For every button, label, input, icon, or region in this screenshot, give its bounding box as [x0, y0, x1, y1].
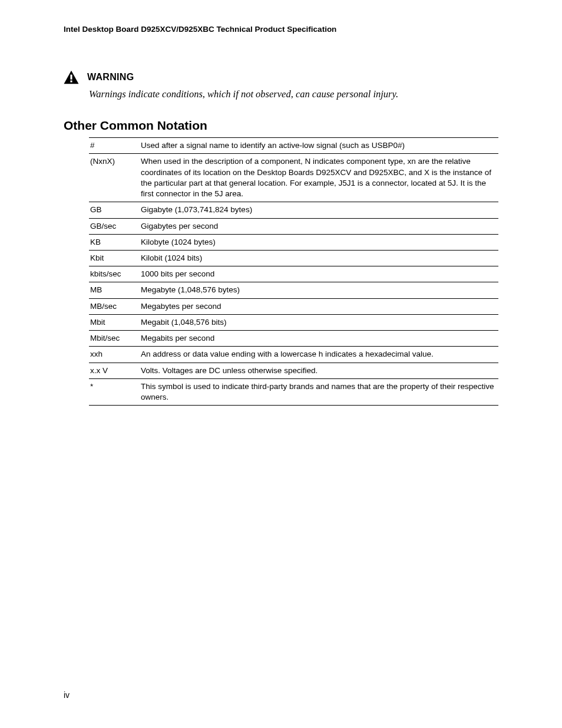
table-row: x.x VVolts. Voltages are DC unless other… [89, 363, 498, 378]
warning-label: WARNING [87, 72, 134, 83]
table-row: Mbit/secMegabits per second [89, 331, 498, 347]
table-row: MB/secMegabytes per second [89, 298, 498, 314]
notation-definition: This symbol is used to indicate third-pa… [141, 378, 498, 405]
table-row: GBGigabyte (1,073,741,824 bytes) [89, 202, 498, 218]
notation-table: #Used after a signal name to identify an… [89, 137, 498, 406]
table-row: KBKilobyte (1024 bytes) [89, 234, 498, 250]
warning-block: WARNING Warnings indicate conditions, wh… [64, 70, 498, 101]
notation-term: x.x V [89, 363, 141, 378]
notation-definition: Gigabyte (1,073,741,824 bytes) [141, 202, 498, 218]
notation-definition: When used in the description of a compon… [141, 154, 498, 202]
warning-triangle-icon [64, 70, 79, 84]
notation-term: kbits/sec [89, 266, 141, 282]
notation-definition: Gigabytes per second [141, 218, 498, 234]
notation-definition: Volts. Voltages are DC unless otherwise … [141, 363, 498, 378]
notation-term: MB [89, 282, 141, 298]
notation-term: Mbit/sec [89, 331, 141, 347]
notation-term: (NxnX) [89, 154, 141, 202]
notation-definition: Used after a signal name to identify an … [141, 138, 498, 154]
notation-definition: Megabytes per second [141, 298, 498, 314]
notation-definition: Megabyte (1,048,576 bytes) [141, 282, 498, 298]
notation-definition: Megabits per second [141, 331, 498, 347]
notation-term: KB [89, 234, 141, 250]
notation-definition: An address or data value ending with a l… [141, 347, 498, 363]
table-row: kbits/sec1000 bits per second [89, 266, 498, 282]
table-row: #Used after a signal name to identify an… [89, 138, 498, 154]
warning-heading-row: WARNING [64, 70, 498, 84]
page-content: Intel Desktop Board D925XCV/D925XBC Tech… [0, 0, 562, 406]
table-row: *This symbol is used to indicate third-p… [89, 378, 498, 405]
table-row: MBMegabyte (1,048,576 bytes) [89, 282, 498, 298]
notation-term: MB/sec [89, 298, 141, 314]
warning-description: Warnings indicate conditions, which if n… [89, 88, 498, 101]
table-row: MbitMegabit (1,048,576 bits) [89, 314, 498, 330]
notation-term: * [89, 378, 141, 405]
notation-definition: 1000 bits per second [141, 266, 498, 282]
notation-definition: Kilobyte (1024 bytes) [141, 234, 498, 250]
notation-term: GB/sec [89, 218, 141, 234]
section-heading: Other Common Notation [64, 118, 498, 133]
svg-rect-1 [70, 75, 72, 80]
notation-definition: Kilobit (1024 bits) [141, 251, 498, 266]
notation-term: Kbit [89, 251, 141, 266]
notation-term: Mbit [89, 314, 141, 330]
table-row: (NxnX)When used in the description of a … [89, 154, 498, 202]
table-row: KbitKilobit (1024 bits) [89, 251, 498, 266]
table-row: GB/secGigabytes per second [89, 218, 498, 234]
running-header: Intel Desktop Board D925XCV/D925XBC Tech… [64, 25, 498, 34]
page-number: iv [64, 690, 70, 700]
notation-term: xxh [89, 347, 141, 363]
notation-definition: Megabit (1,048,576 bits) [141, 314, 498, 330]
table-row: xxhAn address or data value ending with … [89, 347, 498, 363]
notation-term: GB [89, 202, 141, 218]
svg-rect-2 [70, 80, 72, 82]
notation-term: # [89, 138, 141, 154]
